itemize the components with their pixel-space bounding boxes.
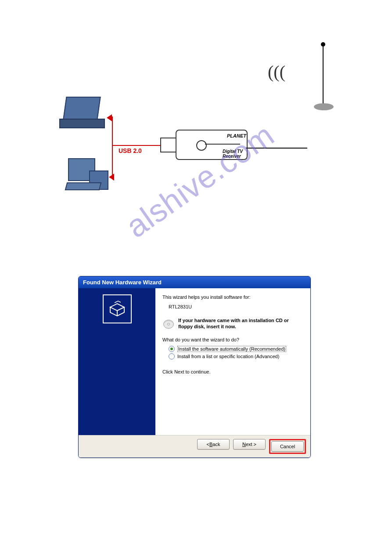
arrow-icon (103, 114, 112, 121)
usb-dongle: PLANET Digital TV Receiver (160, 130, 248, 160)
option-install-from-list[interactable]: Install from a list or specific location… (169, 353, 303, 359)
back-button[interactable]: < Back (197, 439, 230, 450)
installer-box-icon (103, 294, 132, 323)
device-brand: PLANET (227, 133, 246, 138)
signal-waves-icon: ((( (268, 62, 285, 82)
wizard-sidebar (79, 288, 155, 435)
device-name: RTL2831U (169, 304, 303, 309)
antenna-icon (301, 44, 336, 167)
option-label: Install from a list or specific location… (177, 354, 279, 359)
arrow-icon (105, 174, 114, 181)
cancel-highlight: Cancel (269, 439, 306, 454)
wizard-content: This wizard helps you install software f… (155, 288, 310, 435)
device-subtitle: Digital TV Receiver (223, 149, 247, 159)
hardware-wizard-window: Found New Hardware Wizard This wizard he… (78, 276, 311, 458)
radio-selected-icon (169, 346, 175, 352)
cd-icon (162, 317, 175, 330)
cancel-button[interactable]: Cancel (271, 441, 304, 452)
antenna-cable (246, 144, 307, 162)
radio-unselected-icon (169, 353, 175, 359)
svg-point-1 (167, 323, 169, 325)
wizard-intro-text: This wizard helps you install software f… (162, 294, 303, 300)
option-label: Install the software automatically (Reco… (177, 346, 286, 352)
wizard-titlebar: Found New Hardware Wizard (79, 276, 310, 288)
cd-prompt-text: If your hardware came with an installati… (178, 317, 303, 330)
usb-label: USB 2.0 (119, 147, 142, 154)
next-button[interactable]: Next > (233, 439, 266, 450)
option-install-automatic[interactable]: Install the software automatically (Reco… (169, 346, 303, 352)
wizard-question: What do you want the wizard to do? (162, 337, 303, 342)
connection-diagram: USB 2.0 PLANET Digital TV Receiver ((( (53, 44, 338, 207)
continue-text: Click Next to continue. (162, 369, 303, 374)
wizard-button-bar: < Back Next > Cancel (79, 435, 310, 457)
laptop-icon (59, 97, 105, 134)
